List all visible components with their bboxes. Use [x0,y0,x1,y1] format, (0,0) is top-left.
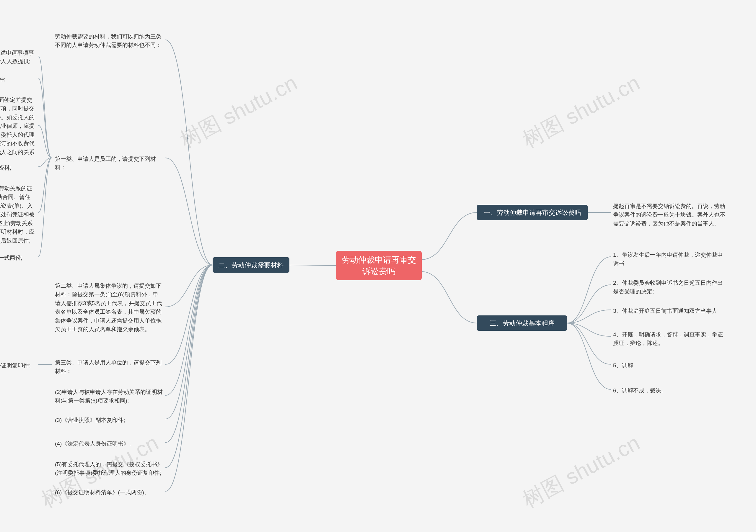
cat1-item-4: （4）被申请人工商注册信息资料; [0,162,39,173]
branch-2-intro: 劳动仲裁需要的材料，我们可以归纳为三类不同的人申请劳动仲裁需要的材料也不同： [53,31,165,51]
cat3-item-5: (5)有委托代理人的，需提交《授权委托书》(注明委托事项)委托代理人的身份证复印… [53,459,165,479]
cat3-item-2: (2)申请人与被申请人存在劳动关系的证明材料(与第一类第(6)项要求相同); [53,387,165,406]
branch-3[interactable]: 三、劳动仲裁基本程序 [477,316,567,331]
cat1-item-2: （2）申请人身份证明及复印件; [0,74,39,85]
branch-3-step-2: 2、仲裁委员会收到申诉书之日起五日内作出是否受理的决定; [611,277,726,297]
branch-1[interactable]: 一、劳动仲裁申请再审交诉讼费吗 [477,205,588,220]
branch-3-step-3: 3、仲裁庭开庭五日前书面通知双方当事人 [611,305,726,316]
cat3-item-6: (6)《提交证明材料清单》(一式两份)。 [53,487,165,498]
cat1-item-3: （3）有委托代理人的，需当面签定并提交《授权委托书》，注明委托事项，同时提交受委… [0,94,39,166]
branch-3-step-5: 5、调解 [611,360,726,371]
cat1-item-6: （6）《提交证据材料清单》一式两份; [0,252,39,263]
cat3-item-3: (3)《营业执照》副本复印件; [53,415,165,425]
branch-3-step-1: 1、争议发生后一年内申请仲裁，递交仲裁申诉书 [611,249,726,269]
cat1-item-1: （1）劳动仲裁申请书(详细陈述申请事项事实理由，一式两份或按被申请人人数提供; [0,47,39,67]
branch-3-step-6: 6、调解不成，裁决。 [611,385,726,396]
branch-2-cat3: 第三类、申请人是用人单位的，请提交下列材料： [53,357,165,377]
branch-2[interactable]: 二、劳动仲裁需要材料 [213,257,289,273]
watermark: 树图 shutu.cn [518,429,645,514]
branch-2-cat1: 第一类、申请人是员工的，请提交下列材料： [53,153,165,173]
branch-3-step-4: 4、开庭，明确请求，答辩，调查事实，举证质证，辩论，陈述。 [611,329,726,349]
root-title: 劳动仲裁申请再审交诉讼费吗 [341,254,417,277]
cat1-item-5: （5）申请人与被申请人存在劳动关系的证明材料;（证明材料包括：劳动合同、暂住证、… [0,183,39,246]
branch-3-label: 三、劳动仲裁基本程序 [490,318,554,328]
watermark: 树图 shutu.cn [175,69,302,154]
cat3-item-4: (4)《法定代表人身份证明书》; [53,438,165,449]
branch-1-label: 一、劳动仲裁申请再审交诉讼费吗 [484,208,581,217]
branch-2-label: 二、劳动仲裁需要材料 [219,260,284,270]
cat3-item-1: (1)被申请人身份证明复印件; [0,360,39,371]
watermark: 树图 shutu.cn [518,69,645,154]
mindmap-root[interactable]: 劳动仲裁申请再审交诉讼费吗 [336,251,422,280]
branch-1-leaf: 提起再审是不需要交纳诉讼费的。再说，劳动争议案件的诉讼费一般为十块钱。案外人也不… [611,201,729,229]
branch-2-cat2: 第二类、申请人属集体争议的，请提交如下材料：除提交第一类(1)至(6)项资料外，… [53,280,165,335]
